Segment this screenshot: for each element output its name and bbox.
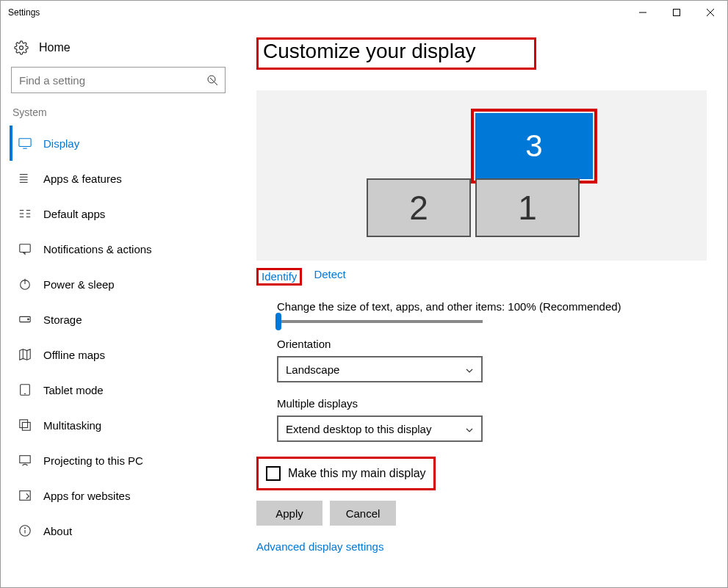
orientation-label: Orientation	[277, 338, 707, 350]
page-title: Customize your display	[263, 40, 475, 63]
monitor-3[interactable]: 3	[475, 113, 593, 179]
about-icon	[18, 524, 32, 537]
storage-icon	[18, 313, 32, 326]
monitor-2[interactable]: 2	[367, 178, 471, 237]
chevron-down-icon	[465, 365, 474, 374]
apply-button[interactable]: Apply	[256, 501, 322, 526]
nav-label: Projecting to this PC	[43, 454, 143, 467]
nav-label: About	[43, 525, 72, 537]
title-highlight: Customize your display	[256, 37, 536, 70]
sidebar-item-power-sleep[interactable]: Power & sleep	[10, 266, 227, 302]
apps-websites-icon	[18, 489, 32, 502]
search-icon	[206, 74, 218, 86]
notifications-icon	[18, 242, 32, 255]
svg-line-7	[215, 82, 217, 85]
nav-label: Multitasking	[43, 419, 101, 432]
nav-label: Display	[43, 137, 79, 150]
chevron-down-icon	[465, 424, 474, 433]
power-icon	[18, 277, 32, 291]
nav-label: Default apps	[43, 208, 105, 220]
nav-label: Tablet mode	[43, 384, 104, 396]
sidebar-item-notifications[interactable]: Notifications & actions	[10, 231, 227, 266]
identify-link[interactable]: Identify	[262, 270, 297, 283]
advanced-display-settings-link[interactable]: Advanced display settings	[256, 540, 383, 553]
monitor-1[interactable]: 1	[475, 178, 580, 237]
svg-rect-30	[22, 422, 30, 430]
nav-label: Offline maps	[43, 349, 105, 361]
nav-label: Notifications & actions	[43, 243, 152, 255]
nav-label: Apps for websites	[43, 490, 130, 502]
svg-point-35	[25, 528, 26, 529]
identify-highlight: Identify	[256, 268, 302, 286]
section-label: System	[10, 106, 227, 126]
orientation-select[interactable]: Landscape	[277, 356, 483, 382]
apps-icon	[18, 172, 32, 185]
window-title: Settings	[8, 7, 40, 18]
svg-rect-31	[20, 456, 30, 463]
nav-label: Apps & features	[43, 173, 122, 185]
search-box[interactable]	[11, 67, 226, 93]
sidebar-item-apps-features[interactable]: Apps & features	[10, 161, 227, 196]
maximize-button[interactable]	[660, 1, 693, 24]
svg-rect-20	[20, 244, 30, 253]
minimize-button[interactable]	[626, 1, 660, 24]
multiple-displays-label: Multiple displays	[277, 397, 707, 410]
sidebar-item-storage[interactable]: Storage	[10, 302, 227, 337]
svg-point-24	[28, 319, 29, 320]
main-display-label: Make this my main display	[288, 467, 426, 480]
sidebar-item-display[interactable]: Display	[10, 126, 227, 161]
nav-label: Power & sleep	[43, 278, 115, 291]
multitasking-icon	[18, 418, 32, 432]
sidebar-item-multitasking[interactable]: Multitasking	[10, 407, 227, 443]
sidebar: Home System Display Apps & features Defa…	[1, 24, 236, 587]
main-display-checkbox-row[interactable]: Make this my main display	[263, 463, 433, 484]
sidebar-item-tablet-mode[interactable]: Tablet mode	[10, 372, 227, 407]
default-apps-icon	[18, 207, 32, 220]
sidebar-item-about[interactable]: About	[10, 513, 227, 548]
home-button[interactable]: Home	[10, 35, 227, 65]
sidebar-item-default-apps[interactable]: Default apps	[10, 196, 227, 231]
svg-rect-29	[20, 420, 28, 428]
main-display-checkbox[interactable]	[266, 466, 281, 481]
display-arrangement[interactable]: 3 2 1	[256, 90, 707, 261]
sidebar-item-apps-websites[interactable]: Apps for websites	[10, 478, 227, 513]
sidebar-item-offline-maps[interactable]: Offline maps	[10, 337, 227, 372]
detect-link[interactable]: Detect	[314, 268, 345, 286]
svg-rect-1	[674, 10, 680, 16]
monitor-highlight: 3	[471, 109, 597, 184]
slider-thumb[interactable]	[275, 313, 281, 330]
main-display-highlight: Make this my main display	[256, 457, 436, 490]
svg-point-4	[20, 46, 24, 50]
scale-slider[interactable]	[277, 320, 483, 323]
maps-icon	[18, 348, 32, 361]
nav-label: Storage	[43, 313, 82, 326]
orientation-value: Landscape	[286, 363, 339, 376]
titlebar: Settings	[1, 1, 727, 24]
tablet-icon	[18, 383, 32, 396]
display-icon	[18, 137, 32, 150]
svg-rect-8	[19, 139, 31, 147]
projecting-icon	[18, 454, 32, 467]
cancel-button[interactable]: Cancel	[330, 501, 396, 526]
home-label: Home	[39, 41, 71, 54]
gear-icon	[14, 40, 29, 55]
main-panel: Customize your display 3 2 1 Identify De…	[236, 24, 727, 587]
multiple-displays-select[interactable]: Extend desktop to this display	[277, 415, 483, 442]
multiple-displays-value: Extend desktop to this display	[286, 423, 431, 435]
close-button[interactable]	[693, 1, 727, 24]
scale-label: Change the size of text, apps, and other…	[277, 300, 707, 313]
sidebar-item-projecting[interactable]: Projecting to this PC	[10, 443, 227, 478]
search-input[interactable]	[11, 67, 226, 93]
